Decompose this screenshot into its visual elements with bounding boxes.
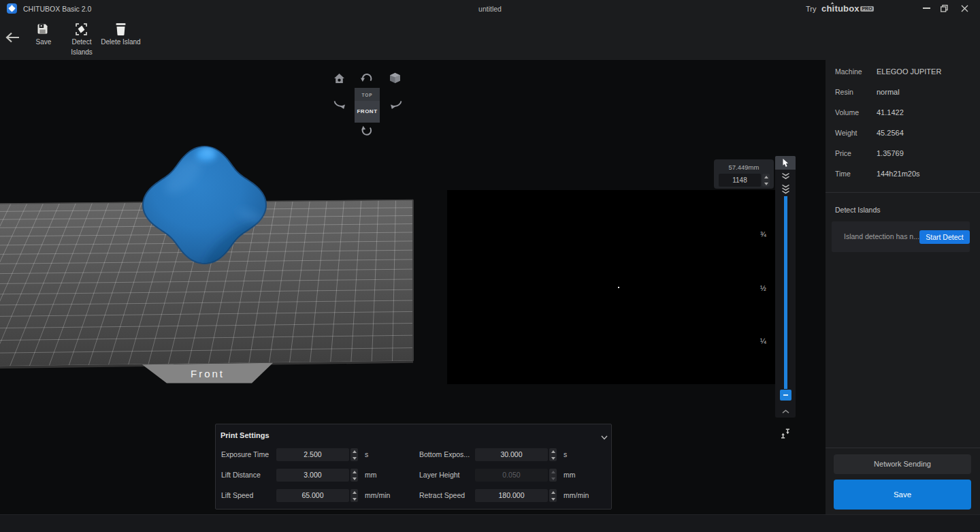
svg-text:Front: Front	[191, 368, 225, 379]
